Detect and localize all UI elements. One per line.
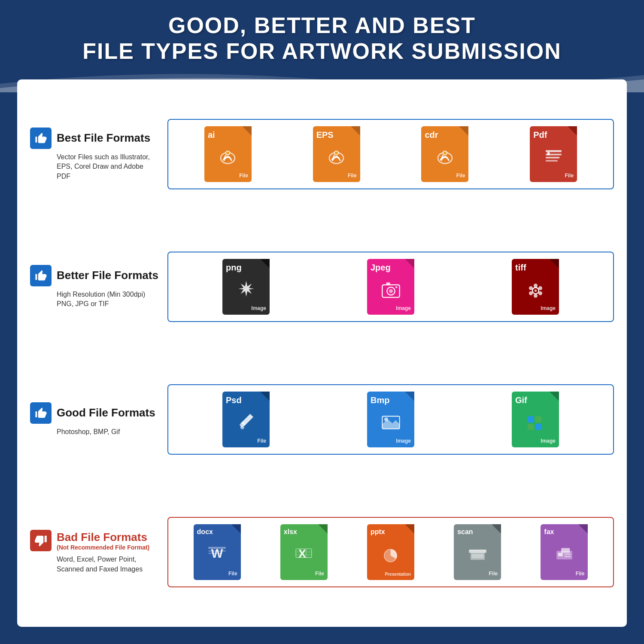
svg-rect-15: [386, 282, 390, 285]
main-title: GOOD, BETTER AND BEST FILE TYPES FOR ART…: [9, 13, 635, 64]
svg-point-14: [389, 289, 392, 293]
file-ai: ai File: [202, 126, 254, 182]
svg-rect-47: [471, 554, 483, 558]
svg-marker-11: [238, 281, 254, 297]
file-xlsx: xlsx X File: [278, 524, 330, 580]
svg-rect-49: [561, 548, 570, 553]
header: GOOD, BETTER AND BEST FILE TYPES FOR ART…: [0, 0, 644, 73]
good-thumb-icon: [30, 402, 52, 424]
better-header-row: Better File Formats: [30, 265, 159, 286]
bad-subtitle: (Not Recommended File Format): [57, 544, 149, 551]
file-bmp: Bmp Image: [365, 392, 416, 447]
file-pdf: Pdf File: [528, 126, 579, 182]
svg-point-28: [384, 418, 388, 422]
svg-rect-31: [528, 424, 534, 430]
best-files-area: ai File EPS: [167, 119, 614, 189]
best-row: Best File Formats Vector Files such as I…: [30, 92, 614, 216]
good-files-area: Psd File Bmp: [167, 384, 614, 455]
file-shape-pptx: pptx Presentation: [367, 524, 414, 580]
file-shape-tiff: tiff Im: [512, 259, 559, 315]
svg-point-5: [443, 151, 447, 155]
bad-desc: Word, Excel, Power Point,Scanned and Fax…: [57, 555, 159, 574]
file-cdr: cdr File: [419, 126, 471, 182]
bad-header-row: Bad File Formats (Not Recommended File F…: [30, 530, 159, 551]
file-shape-eps: EPS File: [313, 126, 360, 182]
svg-rect-10: [547, 152, 550, 155]
good-header-row: Good File Formats: [30, 402, 159, 424]
svg-rect-9: [546, 160, 558, 162]
file-shape-psd: Psd File: [222, 392, 270, 447]
svg-point-24: [538, 291, 542, 295]
best-header-row: Best File Formats: [30, 128, 159, 149]
svg-rect-30: [535, 416, 541, 423]
svg-point-26: [240, 425, 244, 429]
best-desc: Vector Files such as Illustrator,EPS, Co…: [57, 152, 159, 181]
file-fax: fax File: [538, 524, 590, 580]
file-psd: Psd File: [220, 392, 272, 447]
svg-point-16: [395, 286, 398, 288]
svg-rect-29: [528, 416, 534, 423]
better-files-area: png Image Jpeg: [167, 252, 614, 322]
file-shape-cdr: cdr File: [421, 126, 468, 182]
svg-point-19: [533, 283, 537, 287]
bad-files-area: docx W File xlsx: [167, 517, 614, 587]
file-docx: docx W File: [191, 524, 243, 580]
svg-rect-35: [208, 550, 225, 552]
file-shape-docx: docx W File: [194, 524, 241, 580]
file-shape-gif: Gif Image: [512, 392, 559, 447]
bad-title: Bad File Formats: [57, 531, 149, 544]
content-area: Best File Formats Vector Files such as I…: [17, 79, 627, 627]
file-shape-ai: ai File: [204, 126, 252, 182]
svg-point-21: [529, 286, 532, 290]
file-shape-scan: scan File: [454, 524, 501, 580]
svg-point-18: [534, 289, 537, 292]
svg-rect-50: [558, 553, 563, 556]
file-shape-jpeg: Jpeg Image: [367, 259, 414, 315]
bad-row: Bad File Formats (Not Recommended File F…: [30, 490, 614, 614]
svg-point-23: [529, 291, 532, 295]
best-label-area: Best File Formats Vector Files such as I…: [30, 128, 159, 181]
svg-point-20: [533, 294, 537, 298]
better-row: Better File Formats High Resolution (Min…: [30, 225, 614, 349]
file-shape-fax: fax File: [541, 524, 588, 580]
file-png: png Image: [220, 259, 272, 315]
bad-thumb-icon: [30, 530, 52, 551]
better-label-area: Better File Formats High Resolution (Min…: [30, 265, 159, 309]
good-label-area: Good File Formats Photoshop, BMP, Gif: [30, 402, 159, 437]
file-jpeg: Jpeg Image: [365, 259, 416, 315]
svg-point-3: [334, 151, 338, 155]
better-title: Better File Formats: [57, 269, 158, 282]
file-shape-bmp: Bmp Image: [367, 392, 414, 447]
bad-label-area: Bad File Formats (Not Recommended File F…: [30, 530, 159, 574]
svg-rect-36: [208, 553, 222, 554]
svg-rect-52: [564, 556, 571, 557]
svg-rect-6: [546, 150, 562, 152]
file-shape-pdf: Pdf File: [530, 126, 577, 182]
file-shape-png: png Image: [222, 259, 270, 315]
svg-rect-32: [535, 424, 541, 430]
svg-point-22: [538, 286, 542, 290]
file-eps: EPS File: [311, 126, 362, 182]
svg-rect-51: [564, 553, 571, 555]
file-scan: scan File: [452, 524, 503, 580]
file-shape-xlsx: xlsx X File: [280, 524, 328, 580]
bad-title-block: Bad File Formats (Not Recommended File F…: [57, 531, 149, 551]
good-title: Good File Formats: [57, 406, 155, 419]
good-row: Good File Formats Photoshop, BMP, Gif Ps…: [30, 358, 614, 482]
best-title: Best File Formats: [57, 131, 150, 145]
file-pptx: pptx Presentation: [365, 524, 416, 580]
file-gif: Gif Image: [510, 392, 561, 447]
better-desc: High Resolution (Min 300dpi)PNG, JPG or …: [57, 290, 159, 309]
good-desc: Photoshop, BMP, Gif: [57, 427, 159, 437]
svg-rect-8: [546, 157, 559, 158]
better-thumb-icon: [30, 265, 52, 286]
svg-point-1: [226, 151, 230, 155]
svg-rect-34: [208, 547, 225, 549]
file-tiff: tiff Im: [510, 259, 561, 315]
best-thumb-icon: [30, 128, 52, 149]
